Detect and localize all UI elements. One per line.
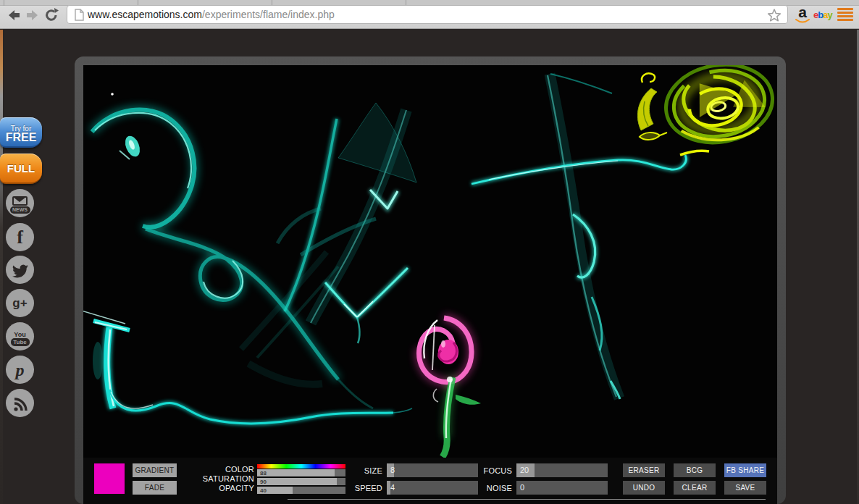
color-slider[interactable]: 88 — [257, 469, 345, 476]
url-bar[interactable]: www.escapemotions.com/experiments/flame/… — [67, 5, 788, 24]
save-button[interactable]: SAVE — [724, 481, 766, 495]
pinterest-icon: p — [16, 361, 25, 379]
section-divider — [288, 499, 766, 500]
clear-button[interactable]: CLEAR — [674, 481, 716, 495]
opacity-label: OPACITY — [185, 484, 254, 492]
fb-share-button[interactable]: FB SHARE — [724, 463, 766, 477]
color-label: COLOR — [185, 465, 254, 474]
color-swatch[interactable] — [94, 463, 125, 494]
menu-bar — [837, 12, 853, 14]
yellow-squiggle — [640, 133, 667, 140]
size-slider[interactable]: 8 — [387, 463, 478, 477]
focus-slider[interactable]: 20 — [516, 463, 608, 477]
twitter-icon — [12, 263, 29, 280]
url-text: www.escapemotions.com/experiments/flame/… — [88, 9, 335, 20]
noise-value: 0 — [520, 483, 524, 492]
try-for-free-button[interactable]: Try for FREE — [0, 117, 42, 148]
flame-artwork — [83, 65, 777, 458]
youtube-icon: Tube — [11, 338, 30, 346]
amazon-smile-icon — [795, 19, 810, 24]
canvas-frame-inner: GRADIENT FADE COLOR SATURATION OPACITY 8… — [83, 65, 777, 504]
facebook-button[interactable]: f — [6, 223, 34, 251]
size-value: 8 — [390, 466, 395, 474]
rss-icon — [12, 397, 28, 413]
saturation-slider-fill — [257, 478, 337, 485]
speed-label: SPEED — [344, 484, 382, 492]
yellow-spiral — [637, 65, 777, 155]
forward-arrow-icon — [25, 7, 41, 23]
youtube-you-label: You — [6, 331, 34, 338]
ebay-extension-icon[interactable]: ebay — [813, 9, 832, 20]
opacity-slider[interactable]: 40 — [257, 487, 345, 494]
cursor-dot — [111, 93, 114, 96]
googleplus-icon: g+ — [12, 296, 27, 310]
ebay-letter: y — [827, 9, 831, 20]
size-label: SIZE — [344, 466, 382, 475]
menu-bar — [837, 8, 853, 10]
news-envelope-icon — [12, 196, 28, 206]
amazon-letter: a — [795, 4, 810, 20]
bookmark-star-icon[interactable] — [767, 8, 782, 22]
speed-value: 4 — [390, 483, 395, 492]
focus-label: FOCUS — [480, 466, 512, 475]
browser-menu-icon[interactable] — [837, 8, 853, 21]
googleplus-button[interactable]: g+ — [6, 289, 34, 317]
color-value: 88 — [260, 470, 267, 476]
yellow-curl — [642, 73, 655, 83]
news-label: NEWS — [10, 206, 30, 214]
flame-painting-canvas[interactable] — [83, 65, 777, 458]
focus-value: 20 — [520, 466, 529, 474]
refresh-icon — [43, 7, 59, 23]
speed-slider[interactable]: 4 — [387, 481, 478, 495]
pink-flower — [419, 318, 481, 457]
saturation-label: SATURATION — [185, 474, 254, 483]
noise-label: NOISE — [480, 484, 512, 492]
saturation-slider[interactable]: 90 — [257, 478, 345, 485]
refresh-button[interactable] — [43, 7, 59, 23]
canvas-frame: GRADIENT FADE COLOR SATURATION OPACITY 8… — [75, 56, 786, 504]
free-label: FREE — [0, 133, 42, 143]
url-host: www.escapemotions.com — [88, 9, 202, 20]
teal-stroke-center — [241, 103, 416, 385]
newsletter-button[interactable]: NEWS — [6, 189, 34, 217]
eraser-button[interactable]: ERASER — [623, 463, 665, 477]
teal-stroke-right — [472, 74, 686, 399]
wallpaper-edge-left — [0, 30, 3, 504]
back-button[interactable] — [6, 7, 22, 23]
bcg-button[interactable]: BCG — [674, 463, 716, 477]
full-version-button[interactable]: FULL — [0, 154, 42, 184]
saturation-value: 90 — [260, 479, 267, 485]
yellow-dash — [680, 151, 709, 155]
screenshot-root: www.escapemotions.com/experiments/flame/… — [0, 0, 859, 504]
noise-slider[interactable]: 0 — [516, 481, 608, 495]
fade-button[interactable]: FADE — [133, 481, 177, 495]
control-panel: GRADIENT FADE COLOR SATURATION OPACITY 8… — [83, 458, 777, 504]
hue-gradient-bar — [257, 464, 345, 469]
page-doc-icon — [75, 9, 84, 21]
url-path: /experiments/flame/index.php — [202, 9, 335, 20]
color-slider-fill — [257, 469, 335, 476]
pinterest-button[interactable]: p — [6, 356, 34, 384]
forward-button[interactable] — [25, 7, 41, 23]
tab-divider — [4, 0, 4, 6]
youtube-button[interactable]: You Tube — [6, 322, 34, 350]
opacity-value: 40 — [260, 487, 267, 494]
twitter-button[interactable] — [6, 256, 34, 284]
gradient-button[interactable]: GRADIENT — [133, 463, 177, 477]
menu-bar — [837, 19, 853, 21]
page-background: Try for FREE FULL NEWS f g+ You Tube p — [0, 30, 859, 504]
menu-bar — [837, 15, 853, 17]
facebook-icon: f — [17, 227, 23, 248]
amazon-extension-icon[interactable]: a — [795, 4, 810, 25]
browser-toolbar: www.escapemotions.com/experiments/flame/… — [0, 0, 859, 29]
rss-button[interactable] — [6, 389, 34, 417]
undo-button[interactable]: UNDO — [623, 481, 665, 495]
back-arrow-icon — [6, 7, 22, 23]
